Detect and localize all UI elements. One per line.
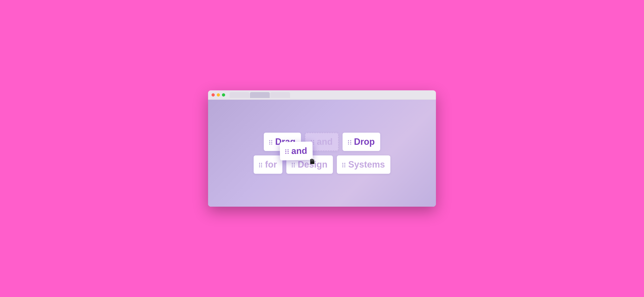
drag-handle-floating bbox=[285, 149, 289, 153]
for-word-card[interactable]: for bbox=[254, 155, 282, 174]
minimize-button[interactable] bbox=[217, 93, 220, 96]
drop-word-card[interactable]: Drop bbox=[342, 133, 380, 151]
floating-and-card[interactable]: and bbox=[280, 142, 312, 160]
drag-handle-design bbox=[292, 163, 295, 166]
and-ghost-text: and bbox=[317, 137, 333, 147]
drag-handle-for bbox=[259, 163, 262, 166]
browser-titlebar bbox=[208, 90, 436, 100]
svg-rect-3 bbox=[312, 159, 313, 161]
drag-handle-drop bbox=[348, 140, 352, 144]
floating-and-text: and bbox=[291, 146, 308, 156]
systems-word-card[interactable]: Systems bbox=[337, 155, 390, 174]
floating-and-card-wrapper: and bbox=[280, 142, 312, 160]
drop-word-text: Drop bbox=[354, 137, 375, 147]
grab-cursor-icon bbox=[308, 157, 316, 166]
drag-handle-systems bbox=[342, 163, 346, 166]
browser-window: Drag and Drop bbox=[208, 90, 436, 207]
browser-tab-active[interactable] bbox=[250, 92, 270, 98]
maximize-button[interactable] bbox=[222, 93, 225, 96]
browser-content: Drag and Drop bbox=[208, 100, 436, 207]
drag-handle-drag bbox=[269, 140, 273, 144]
browser-tab-1[interactable] bbox=[230, 92, 250, 98]
browser-tabs bbox=[230, 92, 290, 98]
words-row-2: for Design Systems bbox=[254, 155, 390, 174]
svg-rect-2 bbox=[311, 159, 312, 161]
systems-word-text: Systems bbox=[348, 159, 385, 170]
for-word-text: for bbox=[265, 159, 277, 170]
browser-tab-3[interactable] bbox=[270, 92, 290, 98]
close-button[interactable] bbox=[212, 93, 215, 96]
